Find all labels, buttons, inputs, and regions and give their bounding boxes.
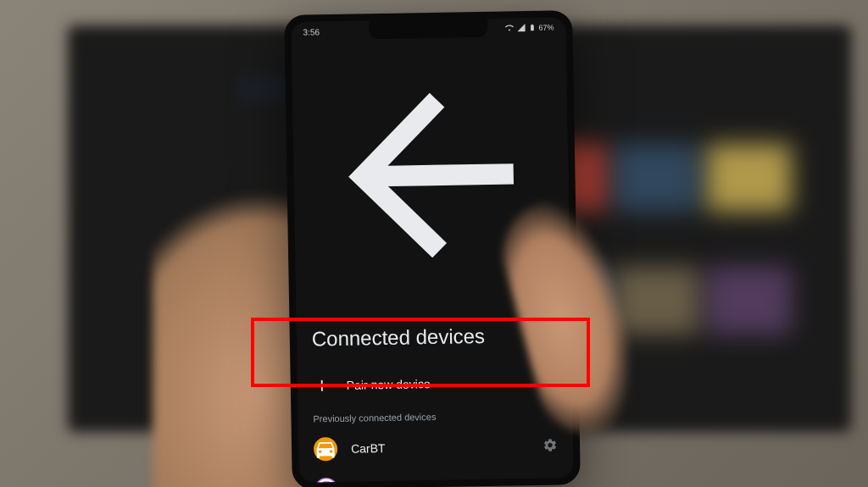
pair-new-device[interactable]: Pair new device bbox=[297, 362, 572, 406]
status-time: 3:56 bbox=[303, 27, 320, 36]
wifi-icon bbox=[504, 23, 514, 34]
battery-percent: 67% bbox=[538, 23, 554, 31]
headphones-icon bbox=[314, 478, 338, 483]
battery-icon bbox=[528, 22, 536, 33]
signal-icon bbox=[516, 23, 526, 34]
phone-notch bbox=[369, 19, 487, 39]
device-name: L33 bbox=[352, 479, 530, 483]
gear-icon[interactable] bbox=[542, 437, 558, 452]
device-name: CarBT bbox=[351, 439, 529, 456]
gear-icon[interactable] bbox=[543, 478, 559, 482]
car-icon bbox=[314, 437, 337, 461]
pair-new-device-label: Pair new device bbox=[347, 374, 557, 391]
plus-icon bbox=[313, 376, 331, 395]
assistant-dots bbox=[237, 76, 288, 102]
device-carbt[interactable]: CarBT bbox=[298, 424, 574, 470]
